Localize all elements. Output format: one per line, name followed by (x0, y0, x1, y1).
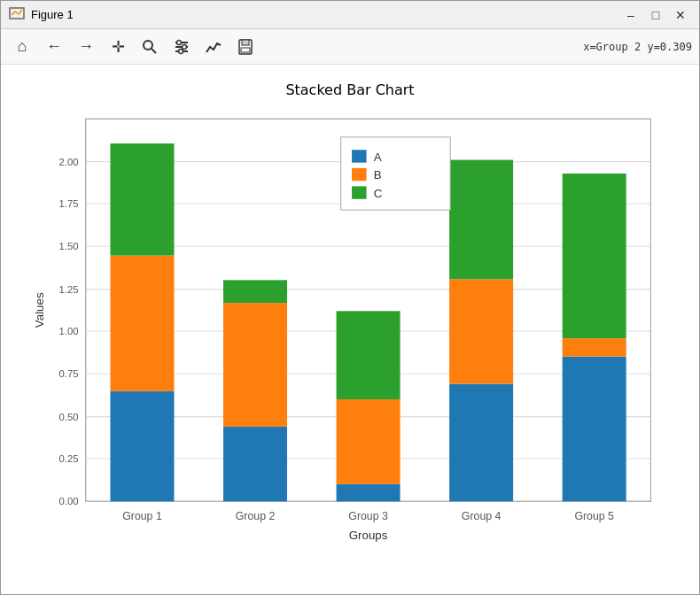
pan-button[interactable]: ✛ (104, 33, 132, 61)
forward-button[interactable]: → (72, 33, 100, 61)
chart-title: Stacked Bar Chart (31, 81, 669, 98)
bar-g3-B (337, 399, 401, 484)
chart-inner: 0.00 0.25 0.50 0.75 1.00 (31, 107, 669, 559)
chart-container: Stacked Bar Chart 0.00 (31, 81, 669, 577)
back-button[interactable]: ← (40, 33, 68, 61)
window-title: Figure 1 (31, 8, 619, 21)
svg-text:1.25: 1.25 (58, 284, 78, 295)
svg-point-1 (144, 41, 152, 50)
bar-g3-C (337, 311, 401, 399)
bar-g4-C (449, 160, 513, 280)
x-axis-label: Groups (349, 529, 388, 542)
chart-area: Stacked Bar Chart 0.00 (1, 65, 699, 594)
status-text: x=Group 2 y=0.309 (583, 41, 692, 53)
legend-B-label: B (374, 168, 382, 182)
bar-g5-B (563, 338, 626, 357)
main-window: Figure 1 – □ ✕ ⌂ ← → ✛ (0, 0, 700, 595)
close-button[interactable]: ✕ (669, 6, 692, 24)
legend-A-swatch (352, 150, 366, 162)
svg-text:Group 3: Group 3 (348, 510, 388, 522)
edit-button[interactable] (199, 33, 228, 61)
svg-point-6 (177, 40, 182, 44)
svg-text:Group 5: Group 5 (574, 510, 614, 522)
svg-text:0.00: 0.00 (58, 496, 78, 506)
svg-rect-11 (241, 48, 250, 52)
y-axis-label: Values (33, 292, 46, 328)
maximize-button[interactable]: □ (644, 6, 667, 24)
bar-g4-A (449, 384, 513, 502)
bar-g2-B (223, 303, 287, 427)
bar-g1-A (110, 391, 174, 501)
window-controls: – □ ✕ (619, 6, 692, 24)
svg-text:Group 4: Group 4 (462, 510, 502, 522)
configure-button[interactable] (167, 33, 196, 61)
legend-C-swatch (352, 186, 366, 198)
bar-g5-A (563, 357, 626, 502)
svg-rect-10 (242, 40, 249, 45)
svg-text:2.00: 2.00 (58, 157, 78, 167)
svg-text:0.50: 0.50 (58, 412, 78, 422)
bar-g2-A (223, 427, 287, 501)
window-icon (8, 6, 26, 24)
save-button[interactable] (231, 33, 260, 61)
svg-point-8 (179, 49, 183, 53)
bar-g1-B (110, 256, 174, 391)
legend-C-label: C (374, 187, 383, 200)
x-labels: Group 1 Group 2 Group 3 Group 4 Group 5 (122, 510, 614, 522)
bar-g4-B (449, 279, 513, 383)
svg-text:1.75: 1.75 (58, 198, 78, 209)
bar-g5-C (563, 174, 626, 338)
minimize-button[interactable]: – (619, 6, 642, 24)
svg-text:Group 2: Group 2 (236, 510, 276, 522)
zoom-button[interactable] (136, 33, 164, 61)
bar-g3-A (337, 484, 401, 502)
svg-text:Group 1: Group 1 (122, 510, 162, 522)
svg-text:1.50: 1.50 (58, 241, 78, 251)
home-button[interactable]: ⌂ (8, 33, 36, 61)
title-bar: Figure 1 – □ ✕ (1, 1, 699, 29)
chart-svg: 0.00 0.25 0.50 0.75 1.00 (31, 107, 669, 559)
svg-text:0.75: 0.75 (58, 368, 78, 379)
svg-text:1.00: 1.00 (58, 326, 78, 336)
svg-line-2 (152, 49, 156, 53)
bar-g2-C (223, 280, 287, 303)
toolbar: ⌂ ← → ✛ (1, 29, 699, 65)
legend-A-label: A (374, 151, 382, 164)
bar-g1-C (110, 143, 174, 256)
svg-text:0.25: 0.25 (58, 453, 78, 464)
svg-point-7 (183, 44, 187, 49)
legend-B-swatch (352, 168, 366, 181)
